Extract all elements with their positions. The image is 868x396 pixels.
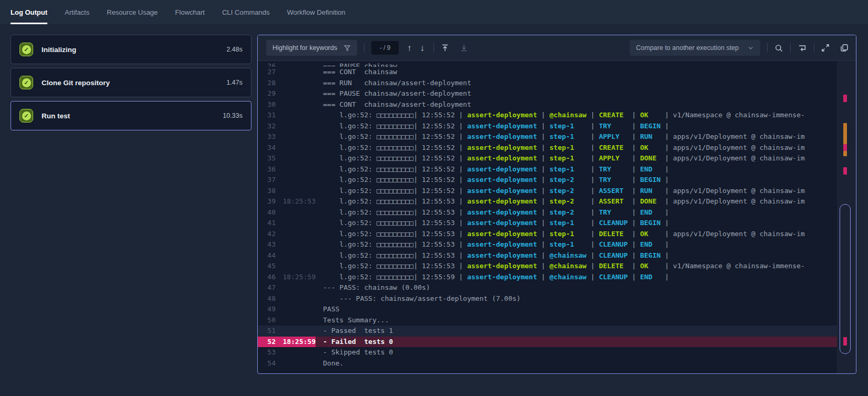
line-number: 34	[258, 143, 276, 154]
line-number: 45	[258, 261, 276, 272]
log-line: 27=== CONT chainsaw	[258, 67, 837, 78]
line-number: 53	[258, 347, 276, 358]
line-text: l.go:52: □□□□□□□□□| 12:55:53 | assert-de…	[316, 229, 837, 240]
line-number: 32	[258, 121, 276, 132]
log-line: 41 l.go:52: □□□□□□□□□| 12:55:53 | assert…	[258, 218, 837, 229]
line-text: l.go:52: □□□□□□□□□| 12:55:52 | assert-de…	[316, 143, 837, 154]
line-number: 38	[258, 186, 276, 197]
log-line: 36 l.go:52: □□□□□□□□□| 12:55:52 | assert…	[258, 164, 837, 175]
step-duration: 10.33s	[223, 112, 243, 119]
step-label: Run test	[42, 112, 223, 120]
tab-resource-usage[interactable]: Resource Usage	[107, 0, 158, 24]
log-line: 53- Skipped tests 0	[258, 347, 837, 358]
step-item-clone-git-repository[interactable]: ✓Clone Git repository1.47s	[11, 68, 251, 97]
line-number: 49	[258, 304, 276, 315]
log-line: 51- Passed tests 1	[258, 326, 837, 337]
line-number: 43	[258, 239, 276, 250]
match-counter[interactable]: - / 9	[371, 41, 399, 55]
log-line: 45 l.go:52: □□□□□□□□□| 12:55:53 | assert…	[258, 261, 837, 272]
line-timestamp	[276, 347, 316, 358]
log-line: 30=== CONT chainsaw/assert-deployment	[258, 99, 837, 110]
line-text: l.go:52: □□□□□□□□□| 12:55:53 | assert-de…	[316, 218, 837, 229]
line-text: l.go:52: □□□□□□□□□| 12:55:53 | assert-de…	[316, 250, 837, 261]
log-line: 54Done.	[258, 358, 837, 369]
line-text: - Failed tests 0	[316, 337, 837, 348]
line-number: 39	[258, 196, 276, 207]
tab-flowchart[interactable]: Flowchart	[175, 0, 205, 24]
line-text: - Passed tests 1	[316, 326, 837, 337]
line-text: l.go:52: □□□□□□□□□| 12:55:52 | assert-de…	[316, 110, 837, 121]
line-text: --- PASS: chainsaw (0.00s)	[316, 282, 837, 293]
step-item-initializing[interactable]: ✓Initializing2.48s	[11, 35, 251, 64]
prev-match-button[interactable]: ↑	[407, 44, 412, 53]
check-glyph: ✓	[22, 111, 31, 120]
log-line: 50Tests Summary...	[258, 315, 837, 326]
minimap-marker	[843, 167, 847, 175]
divider	[364, 43, 365, 53]
line-timestamp: 18:25:59	[276, 337, 316, 348]
compare-step-select[interactable]: Compare to another execution step	[630, 40, 760, 56]
line-number: 29	[258, 88, 276, 99]
log-line: 31 l.go:52: □□□□□□□□□| 12:55:52 | assert…	[258, 110, 837, 121]
line-timestamp	[276, 143, 316, 154]
line-text: l.go:52: □□□□□□□□□| 12:55:53 | assert-de…	[316, 239, 837, 250]
line-timestamp	[276, 304, 316, 315]
line-text: l.go:52: □□□□□□□□□| 12:55:52 | assert-de…	[316, 153, 837, 164]
next-match-button[interactable]: ↓	[420, 44, 425, 53]
line-timestamp	[276, 239, 316, 250]
copy-button[interactable]	[840, 44, 849, 52]
line-timestamp	[276, 175, 316, 186]
line-text: === CONT chainsaw/assert-deployment	[316, 99, 837, 110]
log-line: 26=== PAUSE chainsaw	[258, 61, 837, 67]
log-toolbar: Highlight for keywords - / 9 ↑ ↓ Compare…	[258, 35, 856, 61]
check-glyph: ✓	[22, 78, 31, 87]
search-button[interactable]	[774, 44, 783, 53]
line-timestamp	[276, 99, 316, 110]
line-text: PASS	[316, 304, 837, 315]
scrollbar-thumb[interactable]	[840, 204, 851, 354]
step-item-run-test[interactable]: ✓Run test10.33s	[11, 101, 251, 130]
line-number: 30	[258, 99, 276, 110]
log-line: 38 l.go:52: □□□□□□□□□| 12:55:52 | assert…	[258, 186, 837, 197]
expand-button[interactable]	[821, 44, 830, 52]
log-line: 48 --- PASS: chainsaw/assert-deployment …	[258, 293, 837, 304]
line-number: 31	[258, 110, 276, 121]
line-number: 36	[258, 164, 276, 175]
line-timestamp	[276, 67, 316, 78]
line-number: 50	[258, 315, 276, 326]
log-line: 29=== PAUSE chainsaw/assert-deployment	[258, 88, 837, 99]
steps-list: ✓Initializing2.48s✓Clone Git repository1…	[11, 35, 251, 374]
line-text: l.go:52: □□□□□□□□□| 12:55:52 | assert-de…	[316, 131, 837, 143]
line-number: 48	[258, 293, 276, 304]
divider	[767, 43, 768, 53]
line-number: 33	[258, 131, 276, 143]
log-line: 44 l.go:52: □□□□□□□□□| 12:55:53 | assert…	[258, 250, 837, 261]
line-timestamp	[276, 218, 316, 229]
wrap-lines-button[interactable]	[798, 44, 807, 52]
line-text: l.go:52: □□□□□□□□□| 12:55:52 | assert-de…	[316, 175, 837, 186]
line-number: 47	[258, 282, 276, 293]
highlight-keywords-button[interactable]: Highlight for keywords	[266, 40, 357, 56]
tab-artifacts[interactable]: Artifacts	[65, 0, 89, 24]
line-timestamp	[276, 110, 316, 121]
line-text: Tests Summary...	[316, 315, 837, 326]
line-number: 26	[258, 61, 276, 67]
check-glyph: ✓	[22, 45, 31, 54]
scroll-to-top-button[interactable]	[441, 44, 449, 52]
line-timestamp	[276, 229, 316, 240]
log-scrollbar-track[interactable]	[837, 62, 856, 373]
tab-workflow-definition[interactable]: Workflow Definition	[287, 0, 346, 24]
tab-log-output[interactable]: Log Output	[11, 0, 47, 24]
line-number: 41	[258, 218, 276, 229]
log-line: 3918:25:53 l.go:52: □□□□□□□□□| 12:55:53 …	[258, 196, 837, 207]
line-timestamp	[276, 315, 316, 326]
log-line: 40 l.go:52: □□□□□□□□□| 12:55:53 | assert…	[258, 207, 837, 218]
divider	[790, 43, 791, 53]
tab-cli-commands[interactable]: CLI Commands	[222, 0, 269, 24]
scroll-to-bottom-button[interactable]	[460, 44, 468, 52]
step-duration: 2.48s	[226, 46, 243, 53]
divider	[814, 43, 814, 53]
log-line: 42 l.go:52: □□□□□□□□□| 12:55:53 | assert…	[258, 229, 837, 240]
line-text: Done.	[316, 358, 837, 369]
line-timestamp	[276, 293, 316, 304]
